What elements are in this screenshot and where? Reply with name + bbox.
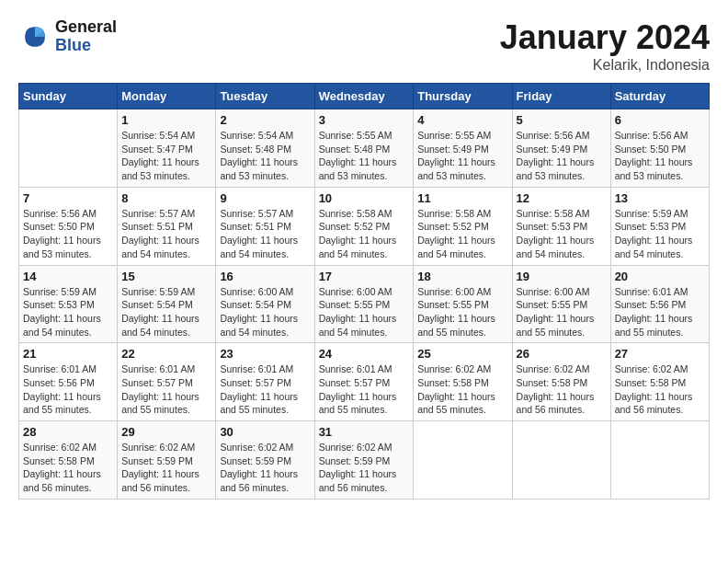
day-info: Sunrise: 6:02 AMSunset: 5:58 PMDaylight:…	[417, 362, 507, 417]
week-row-1: 1Sunrise: 5:54 AMSunset: 5:47 PMDaylight…	[19, 109, 710, 188]
calendar-cell: 10Sunrise: 5:58 AMSunset: 5:52 PMDayligh…	[314, 187, 414, 265]
calendar-cell: 31Sunrise: 6:02 AMSunset: 5:59 PMDayligh…	[314, 421, 414, 500]
week-row-2: 7Sunrise: 5:56 AMSunset: 5:50 PMDaylight…	[19, 187, 710, 265]
calendar-cell: 25Sunrise: 6:02 AMSunset: 5:58 PMDayligh…	[414, 343, 512, 421]
column-header-monday: Monday	[118, 84, 216, 109]
day-number: 30	[220, 425, 310, 439]
column-header-friday: Friday	[512, 84, 610, 109]
day-info: Sunrise: 6:00 AMSunset: 5:55 PMDaylight:…	[417, 285, 507, 339]
week-row-4: 21Sunrise: 6:01 AMSunset: 5:56 PMDayligh…	[19, 343, 710, 421]
day-number: 4	[417, 113, 507, 127]
calendar-cell: 4Sunrise: 5:55 AMSunset: 5:49 PMDaylight…	[414, 109, 512, 188]
day-info: Sunrise: 5:57 AMSunset: 5:51 PMDaylight:…	[220, 207, 310, 261]
day-info: Sunrise: 5:54 AMSunset: 5:48 PMDaylight:…	[220, 129, 310, 183]
column-header-saturday: Saturday	[610, 84, 709, 109]
day-info: Sunrise: 6:00 AMSunset: 5:54 PMDaylight:…	[220, 285, 310, 339]
day-info: Sunrise: 5:58 AMSunset: 5:53 PMDaylight:…	[517, 207, 607, 261]
day-number: 23	[220, 347, 310, 361]
day-number: 15	[121, 270, 211, 283]
day-info: Sunrise: 6:01 AMSunset: 5:57 PMDaylight:…	[319, 362, 410, 417]
day-number: 27	[615, 347, 705, 361]
day-info: Sunrise: 6:01 AMSunset: 5:57 PMDaylight:…	[121, 362, 211, 417]
calendar-body: 1Sunrise: 5:54 AMSunset: 5:47 PMDaylight…	[19, 109, 710, 500]
day-number: 29	[121, 425, 211, 439]
calendar-cell: 23Sunrise: 6:01 AMSunset: 5:57 PMDayligh…	[216, 343, 314, 421]
day-number: 22	[121, 347, 211, 361]
month-title: January 2024	[500, 18, 710, 57]
column-header-wednesday: Wednesday	[314, 84, 414, 109]
column-header-thursday: Thursday	[414, 84, 512, 109]
calendar-cell: 17Sunrise: 6:00 AMSunset: 5:55 PMDayligh…	[314, 265, 414, 343]
day-number: 7	[23, 191, 113, 205]
calendar-cell: 7Sunrise: 5:56 AMSunset: 5:50 PMDaylight…	[19, 187, 118, 265]
day-number: 1	[121, 113, 211, 127]
calendar-cell: 19Sunrise: 6:00 AMSunset: 5:55 PMDayligh…	[512, 265, 610, 343]
day-info: Sunrise: 5:59 AMSunset: 5:53 PMDaylight:…	[615, 207, 705, 261]
calendar-cell: 14Sunrise: 5:59 AMSunset: 5:53 PMDayligh…	[19, 265, 118, 343]
column-header-tuesday: Tuesday	[216, 84, 314, 109]
calendar-cell: 20Sunrise: 6:01 AMSunset: 5:56 PMDayligh…	[610, 265, 709, 343]
day-info: Sunrise: 6:01 AMSunset: 5:56 PMDaylight:…	[23, 362, 113, 417]
calendar-cell: 15Sunrise: 5:59 AMSunset: 5:54 PMDayligh…	[118, 265, 216, 343]
day-info: Sunrise: 6:01 AMSunset: 5:56 PMDaylight:…	[615, 285, 705, 339]
day-info: Sunrise: 6:02 AMSunset: 5:58 PMDaylight:…	[615, 362, 705, 417]
day-number: 20	[615, 270, 705, 283]
day-number: 19	[517, 270, 607, 283]
logo: General Blue	[18, 18, 117, 55]
day-number: 8	[121, 191, 211, 205]
day-info: Sunrise: 5:59 AMSunset: 5:54 PMDaylight:…	[121, 285, 211, 339]
calendar-cell: 30Sunrise: 6:02 AMSunset: 5:59 PMDayligh…	[216, 421, 314, 500]
day-info: Sunrise: 5:57 AMSunset: 5:51 PMDaylight:…	[121, 207, 211, 261]
calendar-cell: 18Sunrise: 6:00 AMSunset: 5:55 PMDayligh…	[414, 265, 512, 343]
day-number: 14	[23, 270, 113, 283]
logo-icon	[18, 20, 51, 53]
calendar-cell: 11Sunrise: 5:58 AMSunset: 5:52 PMDayligh…	[414, 187, 512, 265]
day-info: Sunrise: 5:56 AMSunset: 5:49 PMDaylight:…	[517, 129, 607, 183]
day-number: 6	[615, 113, 705, 127]
calendar-cell: 12Sunrise: 5:58 AMSunset: 5:53 PMDayligh…	[512, 187, 610, 265]
day-number: 24	[319, 347, 410, 361]
day-number: 9	[220, 191, 310, 205]
day-number: 17	[319, 270, 410, 283]
logo-line1: General	[55, 18, 117, 37]
week-row-3: 14Sunrise: 5:59 AMSunset: 5:53 PMDayligh…	[19, 265, 710, 343]
calendar-cell: 6Sunrise: 5:56 AMSunset: 5:50 PMDaylight…	[610, 109, 709, 188]
day-info: Sunrise: 5:56 AMSunset: 5:50 PMDaylight:…	[615, 129, 705, 183]
day-info: Sunrise: 6:02 AMSunset: 5:59 PMDaylight:…	[220, 441, 310, 495]
calendar-cell: 24Sunrise: 6:01 AMSunset: 5:57 PMDayligh…	[314, 343, 414, 421]
day-info: Sunrise: 5:58 AMSunset: 5:52 PMDaylight:…	[319, 207, 410, 261]
day-info: Sunrise: 6:02 AMSunset: 5:58 PMDaylight:…	[23, 441, 113, 495]
page-header: General Blue January 2024 Kelarik, Indon…	[18, 18, 710, 74]
day-number: 10	[319, 191, 410, 205]
calendar-cell: 28Sunrise: 6:02 AMSunset: 5:58 PMDayligh…	[19, 421, 118, 500]
calendar-cell	[512, 421, 610, 500]
day-info: Sunrise: 6:01 AMSunset: 5:57 PMDaylight:…	[220, 362, 310, 417]
calendar-cell: 2Sunrise: 5:54 AMSunset: 5:48 PMDaylight…	[216, 109, 314, 188]
logo-line2: Blue	[55, 37, 117, 55]
calendar-cell: 16Sunrise: 6:00 AMSunset: 5:54 PMDayligh…	[216, 265, 314, 343]
calendar-cell: 1Sunrise: 5:54 AMSunset: 5:47 PMDaylight…	[118, 109, 216, 188]
calendar-cell: 26Sunrise: 6:02 AMSunset: 5:58 PMDayligh…	[512, 343, 610, 421]
calendar-cell: 13Sunrise: 5:59 AMSunset: 5:53 PMDayligh…	[610, 187, 709, 265]
calendar-table: SundayMondayTuesdayWednesdayThursdayFrid…	[18, 83, 710, 500]
title-area: January 2024 Kelarik, Indonesia	[500, 18, 710, 74]
calendar-cell: 27Sunrise: 6:02 AMSunset: 5:58 PMDayligh…	[610, 343, 709, 421]
day-info: Sunrise: 6:02 AMSunset: 5:58 PMDaylight:…	[517, 362, 607, 417]
calendar-cell	[414, 421, 512, 500]
calendar-cell	[610, 421, 709, 500]
day-number: 31	[319, 425, 410, 439]
day-number: 25	[417, 347, 507, 361]
calendar-cell	[19, 109, 118, 188]
day-number: 2	[220, 113, 310, 127]
day-info: Sunrise: 6:00 AMSunset: 5:55 PMDaylight:…	[517, 285, 607, 339]
day-info: Sunrise: 5:58 AMSunset: 5:52 PMDaylight:…	[417, 207, 507, 261]
day-number: 28	[23, 425, 113, 439]
column-header-sunday: Sunday	[19, 84, 118, 109]
day-number: 3	[319, 113, 410, 127]
calendar-cell: 3Sunrise: 5:55 AMSunset: 5:48 PMDaylight…	[314, 109, 414, 188]
day-info: Sunrise: 5:55 AMSunset: 5:48 PMDaylight:…	[319, 129, 410, 183]
day-number: 18	[417, 270, 507, 283]
calendar-cell: 29Sunrise: 6:02 AMSunset: 5:59 PMDayligh…	[118, 421, 216, 500]
day-info: Sunrise: 6:02 AMSunset: 5:59 PMDaylight:…	[121, 441, 211, 495]
location: Kelarik, Indonesia	[500, 57, 710, 74]
